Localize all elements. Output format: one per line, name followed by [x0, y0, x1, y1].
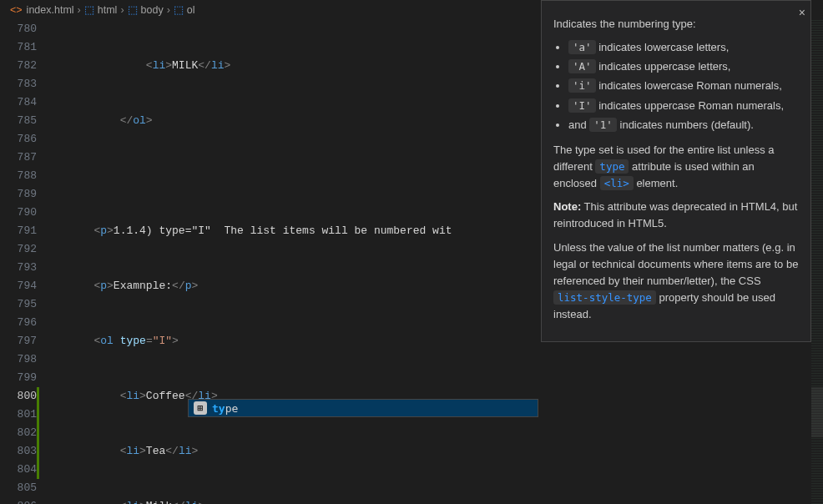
html-file-icon: <>: [10, 4, 23, 16]
line-number: 791: [0, 222, 37, 240]
field-icon: ⊞: [194, 401, 207, 415]
hover-bullet: 'i' indicates lowercase Roman numerals,: [568, 78, 799, 94]
line-number: 806: [0, 497, 37, 504]
line-number: 797: [0, 332, 37, 350]
line-number: 780: [0, 20, 37, 38]
line-number: 784: [0, 93, 37, 112]
hover-title: Indicates the numbering type:: [553, 16, 799, 33]
suggest-match: ty: [212, 402, 225, 415]
hover-para: Unless the value of the list number matt…: [553, 239, 799, 324]
hover-para: The type set is used for the entire list…: [553, 142, 799, 192]
line-number: 790: [0, 204, 37, 222]
breadcrumb-label: body: [141, 4, 164, 16]
line-number: 787: [0, 149, 37, 167]
suggest-item-type[interactable]: ⊞ type: [189, 400, 538, 416]
line-number: 783: [0, 75, 37, 93]
line-number: 788: [0, 167, 37, 185]
line-number: 792: [0, 240, 37, 259]
hover-bullet: 'A' indicates uppercase letters,: [568, 58, 799, 75]
line-number: 802: [0, 424, 37, 442]
tag-icon: ⬚: [128, 3, 138, 16]
line-number: 785: [0, 112, 37, 130]
breadcrumb-label: ol: [187, 4, 195, 16]
line-number: 789: [0, 185, 37, 204]
hover-bullet: 'a' indicates lowercase letters,: [568, 39, 799, 56]
line-number: 805: [0, 479, 37, 497]
breadcrumb-label: html: [98, 4, 118, 16]
breadcrumb-ol[interactable]: ⬚ ol: [174, 3, 195, 16]
minimap[interactable]: [811, 20, 823, 504]
line-number: 804: [0, 461, 37, 479]
line-number: 798: [0, 350, 37, 369]
tag-icon: ⬚: [174, 3, 184, 16]
chevron-right-icon: ›: [78, 4, 81, 16]
line-number: 786: [0, 130, 37, 149]
hover-bullet: and '1' indicates numbers (default).: [568, 117, 799, 134]
line-number: 800: [0, 387, 37, 406]
line-number: 801: [0, 406, 37, 424]
breadcrumb-file-label: index.html: [27, 4, 74, 16]
chevron-right-icon: ›: [120, 4, 124, 16]
line-number: 796: [0, 314, 37, 332]
breadcrumb-body[interactable]: ⬚ body: [128, 3, 164, 16]
hover-bullet: 'I' indicates uppercase Roman numerals,: [568, 98, 799, 114]
intellisense-suggest-widget[interactable]: ⊞ type: [188, 399, 538, 417]
line-number: 782: [0, 57, 37, 75]
line-number: 781: [0, 38, 37, 57]
line-number: 793: [0, 259, 37, 277]
breadcrumb-html[interactable]: ⬚ html: [84, 3, 118, 16]
chevron-right-icon: ›: [167, 4, 170, 16]
breadcrumb-file[interactable]: <> index.html: [10, 4, 74, 16]
line-number: 799: [0, 369, 37, 387]
hover-note: Note: This attribute was deprecated in H…: [553, 199, 799, 232]
line-number: 803: [0, 442, 37, 461]
line-number-gutter: 7807817827837847857867877887897907917927…: [0, 20, 37, 504]
hover-bullet-list: 'a' indicates lowercase letters, 'A' ind…: [553, 39, 799, 134]
code-content[interactable]: <li>MILK</li> </ol> <p>1.1.4) type="I" T…: [42, 20, 452, 504]
hover-documentation[interactable]: × Indicates the numbering type: 'a' indi…: [541, 0, 811, 342]
tag-icon: ⬚: [84, 3, 94, 16]
close-icon[interactable]: ×: [799, 4, 805, 23]
line-number: 795: [0, 295, 37, 314]
suggest-rest: pe: [225, 402, 239, 415]
line-number: 794: [0, 277, 37, 295]
